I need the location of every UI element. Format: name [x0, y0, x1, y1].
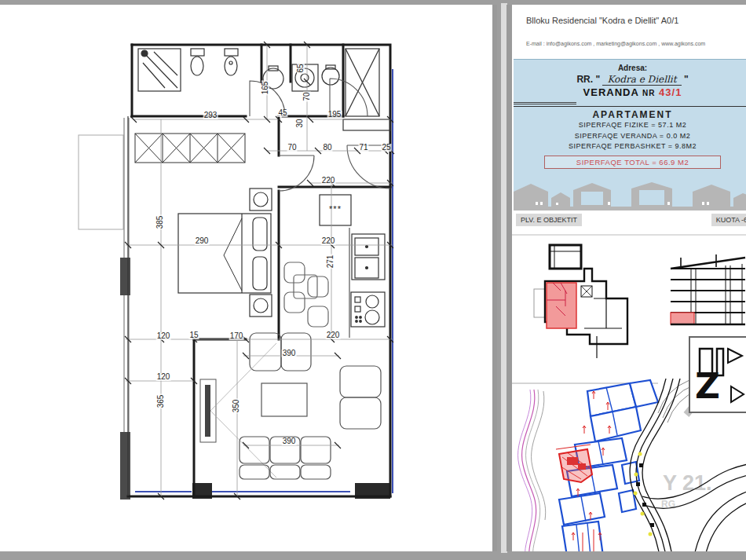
dimension-ticks	[125, 42, 394, 500]
toilet-tank	[191, 49, 204, 56]
area-row-veranda: SIPERFAQE VERANDA = 0.0 M2	[514, 131, 746, 142]
north-letter: Z	[695, 369, 720, 404]
coffee-table	[261, 383, 307, 416]
sheet-header: Blloku Residencial "Kodra e Diellit" A0/…	[512, 5, 746, 59]
tv	[205, 385, 210, 437]
street-line: RR. " Kodra e Diellit "	[514, 74, 746, 85]
boundary-curves	[518, 390, 546, 551]
watermark-century21: Y 21.	[663, 471, 712, 495]
veranda-number: 43/1	[659, 86, 682, 98]
nightstand	[250, 188, 272, 210]
dining-set	[284, 262, 328, 327]
closet-strip	[135, 134, 245, 163]
title-block-page: Blloku Residencial "Kodra e Diellit" A0/…	[506, 5, 746, 551]
street-suffix: "	[684, 74, 689, 85]
north-mark-box: Z	[689, 336, 746, 413]
window-blue-lines	[135, 69, 393, 493]
entrance-door	[347, 145, 390, 188]
area-row-perbashket: SIPERFAQE PERBASHKET = 9.8M2	[514, 141, 746, 152]
loveseat	[340, 366, 381, 397]
key-floor-plan	[534, 245, 627, 358]
living-furniture	[200, 333, 381, 479]
area-row-fizike: SIPERFAQE FIZIKE = 57.1 M2	[514, 120, 746, 131]
section-label-row: PLV. E OBJEKTIT KUOTA -6	[512, 214, 746, 229]
floorplan-page: *** 293165657045301957080712522038529022…	[0, 5, 497, 551]
nightstand	[250, 295, 272, 317]
contact-email-line: E-mail : info@agikons.com , marketing@ag…	[526, 41, 705, 46]
kitchen-unit-box	[320, 195, 351, 225]
scanned-floorplan-sheet: { "colors": { "blue_block_bg": "#c4dcea"…	[0, 0, 746, 560]
sofa-seat	[250, 333, 281, 371]
total-area-box: SIPERFAQE TOTAL = 66.9 M2	[544, 156, 721, 169]
separator	[514, 102, 746, 107]
sofa-3seat	[240, 437, 269, 463]
bidet	[225, 57, 237, 75]
entry-shelf	[343, 119, 390, 130]
address-apartment-block: Adresa: RR. " Kodra e Diellit " VERANDA …	[514, 59, 746, 210]
nr-label: NR	[642, 89, 655, 97]
highlighted-floor-unit	[671, 313, 694, 324]
bedroom-furniture	[178, 188, 272, 317]
sink	[263, 68, 283, 89]
highlighted-apartment	[547, 283, 576, 328]
kitchen-fixtures	[320, 195, 385, 338]
highlighted-building	[556, 445, 592, 482]
veranda-label: VERANDA	[583, 86, 639, 98]
street-name: Kodra e Diellit	[602, 74, 681, 86]
street-prefix: RR. "	[576, 74, 600, 85]
pillow	[253, 257, 267, 290]
kuota-label: KUOTA -6	[711, 214, 746, 226]
apartment-floorplan-drawing	[0, 5, 497, 551]
bathroom-fixtures	[138, 49, 390, 130]
sink-2	[322, 68, 339, 85]
key-building-section	[671, 254, 745, 324]
bedroom-door	[279, 156, 314, 191]
pillow	[253, 218, 267, 251]
kitchen-sink	[352, 234, 385, 280]
apartment-title: APARTAMENT	[514, 109, 746, 120]
object-plan-label: PLV. E OBJEKTIT	[516, 214, 582, 226]
balcony-outline	[79, 135, 123, 229]
address-label: Adresa:	[514, 64, 746, 72]
toilet	[191, 57, 203, 75]
veranda-line: VERANDA NR 43/1	[514, 86, 746, 98]
houses-skyline-graphic	[514, 182, 746, 210]
project-title: Blloku Residencial "Kodra e Diellit" A0/…	[526, 16, 678, 25]
